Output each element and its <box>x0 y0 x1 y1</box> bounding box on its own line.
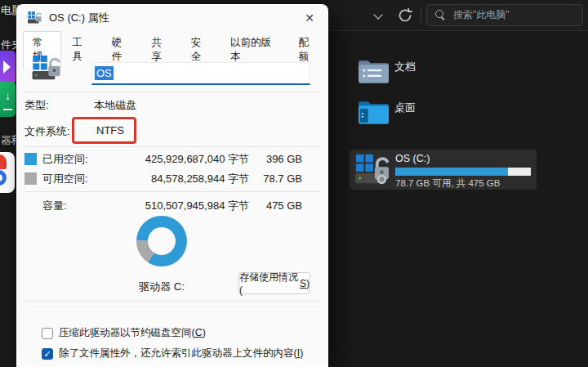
drive-usage-bar <box>395 168 531 176</box>
drive-name-value: OS <box>95 66 114 80</box>
divider <box>24 146 320 147</box>
explorer-toolbar: 搜索"此电脑" <box>328 0 588 31</box>
used-space-row: 已用空间: 425,929,687,040 字节 396 GB <box>24 152 302 166</box>
bitlocker-drive-icon <box>354 152 391 186</box>
download-arrow-icon: ↓ <box>0 82 16 117</box>
index-checkbox[interactable]: ✓ <box>42 348 53 360</box>
search-placeholder: 搜索"此电脑" <box>453 8 510 22</box>
storage-button-text: 存储使用情况( <box>239 271 300 296</box>
desktop-folder-label[interactable]: 桌面 <box>394 101 416 115</box>
used-space-swatch <box>24 153 37 165</box>
free-space-swatch <box>24 172 37 185</box>
toolbar-divider <box>421 7 421 25</box>
filesystem-label: 文件系统: <box>24 124 70 139</box>
properties-dialog: OS (C:) 属性 ✕ 常规 工具 硬件 共享 安全 以前的版本 配额 OS … <box>16 4 328 367</box>
refresh-icon[interactable] <box>396 7 414 25</box>
drive-usage-fill <box>395 168 508 176</box>
purple-app-icon <box>0 51 16 84</box>
index-checkbox-label: 除了文件属性外，还允许索引此驱动器上文件的内容(I) <box>59 347 303 360</box>
used-space-bytes: 425,929,687,040 字节 <box>100 152 249 167</box>
drive-tile-name: OS (C:) <box>395 153 430 164</box>
capacity-label: 容量: <box>42 199 100 213</box>
drive-icon <box>31 53 62 83</box>
storage-usage-button[interactable]: 存储使用情况(S) <box>238 272 310 294</box>
compress-checkbox-label: 压缩此驱动器以节约磁盘空间(C) <box>59 326 206 340</box>
dialog-title: OS (C:) 属性 <box>49 11 109 25</box>
used-space-gb: 396 GB <box>260 153 302 165</box>
storage-button-text: ) <box>306 278 310 289</box>
free-space-label: 可用空间: <box>42 172 100 186</box>
dialog-drive-icon <box>27 11 42 25</box>
chevron-down-icon[interactable] <box>375 11 382 19</box>
close-icon[interactable]: ✕ <box>301 10 318 26</box>
compress-checkbox-row: ✓ 压缩此驱动器以节约磁盘空间(C) <box>42 326 206 340</box>
capacity-bytes: 510,507,945,984 字节 <box>100 199 249 213</box>
divider <box>24 301 320 302</box>
donut-hole <box>148 227 176 255</box>
free-space-row: 可用空间: 84,578,258,944 字节 78.7 GB <box>24 172 302 186</box>
index-checkbox-row: ✓ 除了文件属性外，还允许索引此驱动器上文件的内容(I) <box>42 347 303 360</box>
capacity-swatch-spacer <box>24 199 37 212</box>
drive-tile-info: 78.7 GB 可用, 共 475 GB <box>395 177 500 190</box>
search-input[interactable]: 搜索"此电脑" <box>426 4 583 26</box>
drive-caption: 驱动器 C: <box>113 280 211 294</box>
type-value: 本地磁盘 <box>94 98 136 113</box>
app-logo-fragment <box>0 152 15 193</box>
compress-checkbox[interactable]: ✓ <box>42 328 53 339</box>
drive-name-input[interactable]: OS <box>91 62 310 85</box>
used-space-label: 已用空间: <box>42 152 100 167</box>
documents-folder-label[interactable]: 文档 <box>394 60 416 74</box>
red-annotation-box <box>72 117 136 144</box>
type-label: 类型: <box>24 98 49 113</box>
dialog-titlebar: OS (C:) 属性 ✕ <box>16 4 328 31</box>
documents-folder-icon[interactable] <box>358 58 390 84</box>
divider <box>24 92 320 92</box>
free-space-bytes: 84,578,258,944 字节 <box>100 172 249 186</box>
explorer-content: 文档 桌面 OS (C:) 78.7 GB 可用, 共 475 GB <box>328 32 588 367</box>
storage-button-accel: S <box>300 278 306 289</box>
drive-usage-donut <box>136 216 187 266</box>
capacity-row: 容量: 510,507,945,984 字节 475 GB <box>24 199 302 213</box>
capacity-gb: 475 GB <box>260 199 302 212</box>
search-icon <box>435 10 446 20</box>
os-drive-tile[interactable]: OS (C:) 78.7 GB 可用, 共 475 GB <box>350 150 537 190</box>
divider <box>24 191 320 192</box>
check-icon: ✓ <box>42 349 52 359</box>
desktop-folder-icon[interactable] <box>358 99 390 125</box>
free-space-gb: 78.7 GB <box>260 172 302 185</box>
